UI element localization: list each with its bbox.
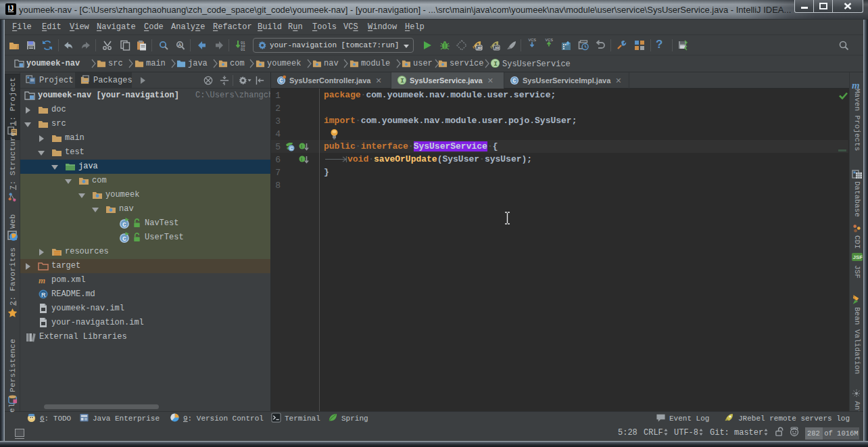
svg-text:C: C	[290, 146, 293, 151]
svg-text:VCS: VCS	[545, 38, 553, 42]
svg-text:I: I	[400, 77, 404, 85]
svg-text:C: C	[122, 235, 126, 243]
svg-text:C: C	[512, 78, 516, 85]
svg-text:C: C	[279, 78, 283, 85]
svg-text:A: A	[178, 42, 181, 48]
svg-text:C: C	[122, 221, 126, 229]
svg-text:m: m	[39, 275, 45, 285]
svg-text:I: I	[301, 156, 302, 162]
svg-text:JSF: JSF	[853, 254, 863, 260]
svg-text:I: I	[493, 60, 498, 68]
svg-text:01: 01	[241, 47, 245, 51]
svg-text:JR: JR	[494, 46, 500, 50]
svg-text:JR: JR	[477, 46, 482, 50]
svg-text:R: R	[41, 291, 46, 298]
svg-text:VCS: VCS	[528, 38, 536, 42]
svg-text:I: I	[301, 143, 302, 149]
